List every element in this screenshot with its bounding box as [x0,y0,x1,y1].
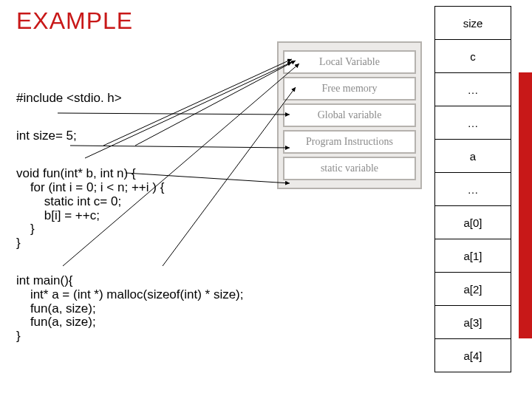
mem-region-static: static variable [283,157,416,180]
code-line: #include <stdio. h> [16,91,122,105]
cell-a3: a[3] [434,305,511,339]
memory-layout-panel: Local Variable Free memory Global variab… [277,41,422,189]
code-line: fun(a, size); [16,301,96,316]
cell-size: size [434,6,511,40]
code-line: b[i] = ++c; [16,208,100,222]
cell-a0: a[0] [434,205,511,239]
cell-gap3: … [434,172,511,206]
cell-a: a [434,139,511,173]
cell-gap2: … [434,106,511,140]
memory-cells-column: size c … … a … a[0] a[1] a[2] a[3] a[4] [434,6,511,372]
page-title: EXAMPLE [16,7,133,35]
code-listing: #include <stdio. h> int size= 5; void fu… [16,78,290,367]
mem-region-global: Global variable [283,103,416,127]
cell-a2: a[2] [434,272,511,306]
mem-region-free: Free memory [283,77,416,100]
cell-a1: a[1] [434,239,511,273]
cell-a4: a[4] [434,338,511,372]
code-line: int* a = (int *) malloc(sizeof(int) * si… [16,287,244,301]
code-line: static int c= 0; [16,194,121,208]
code-line: } [16,222,35,236]
cell-gap1: … [434,72,511,106]
slide-accent-stripe [519,72,532,338]
code-line: } [16,329,21,343]
mem-region-local: Local Variable [283,50,416,74]
mem-region-instructions: Program Instructions [283,130,416,154]
code-line: void fun(int* b, int n) { [16,166,136,180]
code-line: int size= 5; [16,129,77,143]
code-line: for (int i = 0; i < n; ++i ) { [16,180,164,194]
cell-c: c [434,39,511,73]
code-line: int main(){ [16,273,73,287]
code-line: fun(a, size); [16,315,96,329]
code-line: } [16,236,21,250]
